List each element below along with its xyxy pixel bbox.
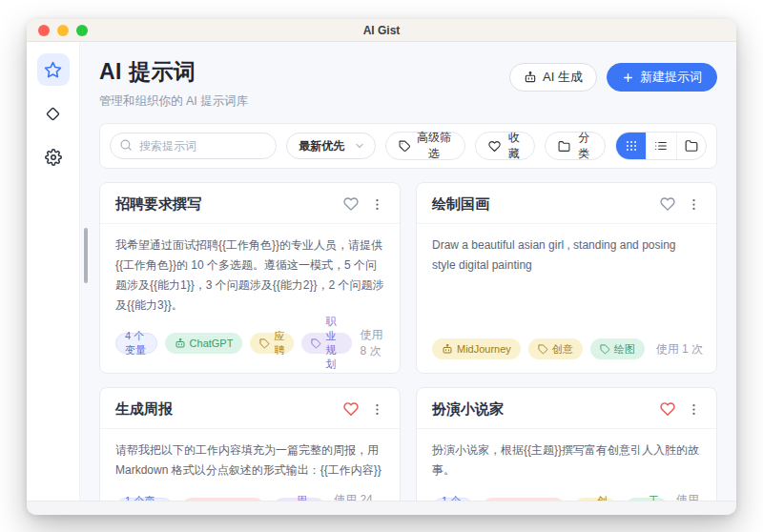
favorites-filter-label: 收藏 xyxy=(505,130,523,162)
badge-label: 4 个变量 xyxy=(125,329,148,358)
card-footer: 1 个变量 DeepSeek 创意 工作 xyxy=(417,482,716,501)
tag-icon xyxy=(538,344,548,355)
toolbar: 最新优先 高级筛选 xyxy=(99,123,717,169)
card-actions xyxy=(341,399,386,419)
card-footer: 1 个变量 DeepSeek 周报 使用 24 次 xyxy=(100,482,400,501)
app-window: AI Gist xyxy=(27,19,736,515)
ai-generate-button[interactable]: AI 生成 xyxy=(509,63,597,92)
card-title: 招聘要求撰写 xyxy=(115,195,201,214)
prompt-card[interactable]: 生成周报 xyxy=(99,387,401,501)
badge-label: 1 个变量 xyxy=(442,494,464,501)
page-header-text: AI 提示词 管理和组织你的 AI 提示词库 xyxy=(99,57,248,110)
more-menu-button[interactable] xyxy=(368,400,386,419)
favorite-button[interactable] xyxy=(658,399,677,419)
header-actions: AI 生成 新建提示词 xyxy=(509,63,717,92)
scrollbar-thumb[interactable] xyxy=(84,228,88,283)
badge-label: 创意 xyxy=(552,342,573,357)
tag-icon xyxy=(259,338,270,349)
tag-badge[interactable]: 创意 xyxy=(528,338,583,359)
badge-label: 1 个变量 xyxy=(125,494,164,501)
advanced-filter-button[interactable]: 高级筛选 xyxy=(385,132,465,160)
grid-icon xyxy=(625,139,638,153)
more-menu-button[interactable] xyxy=(685,195,703,214)
sort-dropdown[interactable]: 最新优先 xyxy=(286,133,376,159)
variable-count-badge: 1 个变量 xyxy=(115,498,174,501)
prompt-card-grid: 招聘要求撰写 xyxy=(99,182,717,501)
more-menu-button[interactable] xyxy=(368,195,386,214)
tag-badge[interactable]: 创意 xyxy=(573,498,617,501)
robot-icon xyxy=(524,71,537,84)
tag-badge[interactable]: 绘图 xyxy=(590,338,645,359)
kebab-icon xyxy=(370,402,384,417)
usage-count: 使用 8 次 xyxy=(360,327,386,359)
more-menu-button[interactable] xyxy=(685,400,703,419)
heart-icon xyxy=(488,140,501,153)
heart-icon-favorited xyxy=(660,401,675,417)
advanced-filter-label: 高级筛选 xyxy=(416,130,452,162)
favorite-button[interactable] xyxy=(341,194,361,214)
app-body: AI 提示词 管理和组织你的 AI 提示词库 AI 生成 xyxy=(27,42,736,501)
search-input[interactable] xyxy=(110,133,277,159)
robot-icon xyxy=(175,338,186,349)
card-actions xyxy=(658,194,703,214)
main-content: AI 提示词 管理和组织你的 AI 提示词库 AI 生成 xyxy=(80,42,736,501)
tag-badge[interactable]: 工作 xyxy=(625,498,669,501)
badge-label: 周报 xyxy=(297,494,317,501)
kebab-icon xyxy=(687,402,701,417)
page-title: AI 提示词 xyxy=(99,57,248,87)
sidebar-item-prompts[interactable] xyxy=(37,53,70,86)
card-actions xyxy=(658,399,703,419)
card-header: 绘制国画 xyxy=(417,183,716,224)
list-icon xyxy=(654,139,668,153)
page-subtitle: 管理和组织你的 AI 提示词库 xyxy=(99,93,248,110)
model-badge[interactable]: ChatGPT xyxy=(165,333,243,354)
prompt-card[interactable]: 招聘要求撰写 xyxy=(99,182,401,374)
category-filter-button[interactable]: 分类 xyxy=(545,132,606,160)
heart-icon xyxy=(343,196,359,212)
favorites-filter-button[interactable]: 收藏 xyxy=(475,132,536,160)
tag-icon xyxy=(600,344,610,355)
model-badge[interactable]: MidJourney xyxy=(432,338,521,359)
sidebar-item-library[interactable] xyxy=(37,97,70,130)
favorite-button[interactable] xyxy=(658,194,677,214)
sidebar-item-settings[interactable] xyxy=(37,141,70,174)
new-prompt-button[interactable]: 新建提示词 xyxy=(607,63,717,92)
prompt-card[interactable]: 绘制国画 xyxy=(416,182,717,374)
badge-label: 绘图 xyxy=(614,342,635,357)
view-grid-button[interactable] xyxy=(616,133,646,159)
category-filter-label: 分类 xyxy=(575,130,592,162)
tag-badge[interactable]: 应聘 xyxy=(250,333,294,354)
heart-icon-favorited xyxy=(343,401,359,417)
tag-badge[interactable]: 职业规划 xyxy=(301,333,352,354)
card-body-text: Draw a beautiful asian girl , standing a… xyxy=(417,224,716,277)
card-title: 生成周报 xyxy=(115,400,173,419)
card-body-text: 请帮我把以下的工作内容填充为一篇完整的周报，用 Markdown 格式以分点叙述… xyxy=(100,429,400,482)
tag-badge[interactable]: 周报 xyxy=(273,498,326,501)
model-badge[interactable]: DeepSeek xyxy=(482,498,565,501)
prompt-card[interactable]: 扮演小说家 xyxy=(416,387,717,501)
gear-icon xyxy=(45,149,62,166)
search-icon xyxy=(119,138,133,152)
favorite-button[interactable] xyxy=(341,399,361,419)
badge-label: 应聘 xyxy=(274,329,284,358)
diamond-icon xyxy=(45,106,61,122)
card-body-text: 我希望通过面试招聘{{工作角色}}的专业人员，请提供{{工作角色}}的 10 个… xyxy=(100,224,400,317)
badge-label: 工作 xyxy=(649,494,659,501)
variable-count-badge: 4 个变量 xyxy=(115,333,157,354)
star-icon xyxy=(44,61,62,79)
card-actions xyxy=(341,194,386,214)
badge-label: MidJourney xyxy=(457,343,511,355)
window-title: AI Gist xyxy=(27,24,736,37)
model-badge[interactable]: DeepSeek xyxy=(181,498,264,501)
ai-generate-label: AI 生成 xyxy=(543,69,583,86)
folder-icon xyxy=(558,140,570,153)
view-list-button[interactable] xyxy=(646,133,675,159)
card-header: 扮演小说家 xyxy=(417,388,716,429)
toolbar-right: 高级筛选 收藏 xyxy=(385,132,707,160)
card-body-text: 扮演小说家，根据{{主题}}撰写富有创意引人入胜的故事。 xyxy=(417,429,716,482)
card-header: 生成周报 xyxy=(100,388,400,429)
card-title: 扮演小说家 xyxy=(432,400,504,419)
card-footer: MidJourney 创意 绘图 使用 1 次 xyxy=(417,329,716,373)
variable-count-badge: 1 个变量 xyxy=(432,498,474,501)
view-folder-button[interactable] xyxy=(676,133,706,159)
